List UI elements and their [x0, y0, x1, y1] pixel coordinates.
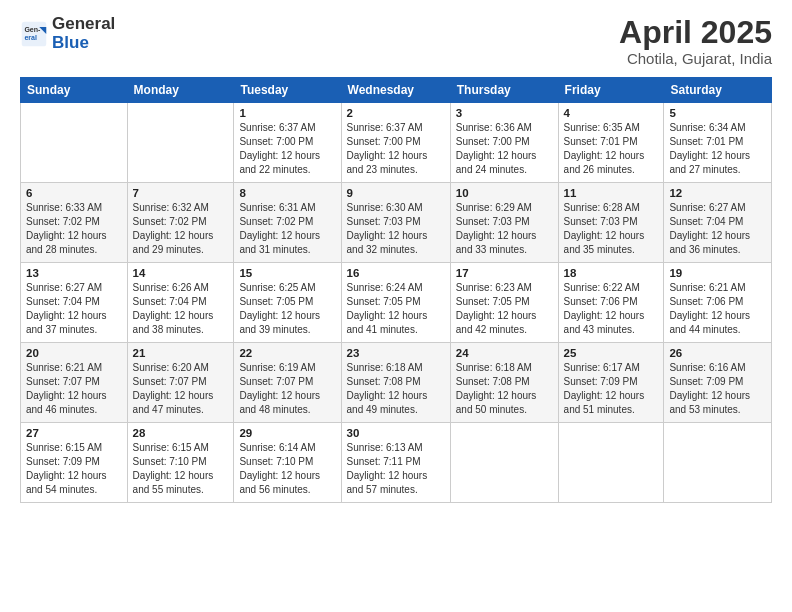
calendar-cell: 28Sunrise: 6:15 AM Sunset: 7:10 PM Dayli…: [127, 423, 234, 503]
day-info: Sunrise: 6:14 AM Sunset: 7:10 PM Dayligh…: [239, 441, 335, 497]
day-number: 8: [239, 187, 335, 199]
day-number: 24: [456, 347, 553, 359]
day-info: Sunrise: 6:19 AM Sunset: 7:07 PM Dayligh…: [239, 361, 335, 417]
day-number: 16: [347, 267, 445, 279]
day-info: Sunrise: 6:36 AM Sunset: 7:00 PM Dayligh…: [456, 121, 553, 177]
day-number: 28: [133, 427, 229, 439]
month-title: April 2025: [619, 15, 772, 50]
day-number: 7: [133, 187, 229, 199]
day-number: 13: [26, 267, 122, 279]
day-number: 3: [456, 107, 553, 119]
svg-text:eral: eral: [24, 34, 37, 41]
day-info: Sunrise: 6:26 AM Sunset: 7:04 PM Dayligh…: [133, 281, 229, 337]
day-info: Sunrise: 6:17 AM Sunset: 7:09 PM Dayligh…: [564, 361, 659, 417]
day-number: 25: [564, 347, 659, 359]
calendar-body: 1Sunrise: 6:37 AM Sunset: 7:00 PM Daylig…: [21, 103, 772, 503]
calendar-cell: 14Sunrise: 6:26 AM Sunset: 7:04 PM Dayli…: [127, 263, 234, 343]
day-info: Sunrise: 6:13 AM Sunset: 7:11 PM Dayligh…: [347, 441, 445, 497]
day-info: Sunrise: 6:21 AM Sunset: 7:07 PM Dayligh…: [26, 361, 122, 417]
calendar-cell: 6Sunrise: 6:33 AM Sunset: 7:02 PM Daylig…: [21, 183, 128, 263]
day-info: Sunrise: 6:15 AM Sunset: 7:09 PM Dayligh…: [26, 441, 122, 497]
day-number: 26: [669, 347, 766, 359]
calendar-cell: 19Sunrise: 6:21 AM Sunset: 7:06 PM Dayli…: [664, 263, 772, 343]
day-number: 9: [347, 187, 445, 199]
calendar-cell: 9Sunrise: 6:30 AM Sunset: 7:03 PM Daylig…: [341, 183, 450, 263]
calendar-week-3: 13Sunrise: 6:27 AM Sunset: 7:04 PM Dayli…: [21, 263, 772, 343]
logo: Gen- eral General Blue: [20, 15, 115, 52]
day-info: Sunrise: 6:21 AM Sunset: 7:06 PM Dayligh…: [669, 281, 766, 337]
day-info: Sunrise: 6:15 AM Sunset: 7:10 PM Dayligh…: [133, 441, 229, 497]
day-info: Sunrise: 6:30 AM Sunset: 7:03 PM Dayligh…: [347, 201, 445, 257]
calendar-cell: 8Sunrise: 6:31 AM Sunset: 7:02 PM Daylig…: [234, 183, 341, 263]
location-subtitle: Chotila, Gujarat, India: [619, 50, 772, 67]
day-number: 22: [239, 347, 335, 359]
day-number: 5: [669, 107, 766, 119]
day-number: 15: [239, 267, 335, 279]
day-number: 19: [669, 267, 766, 279]
day-number: 20: [26, 347, 122, 359]
day-number: 21: [133, 347, 229, 359]
calendar-header: SundayMondayTuesdayWednesdayThursdayFrid…: [21, 78, 772, 103]
calendar-week-4: 20Sunrise: 6:21 AM Sunset: 7:07 PM Dayli…: [21, 343, 772, 423]
day-number: 27: [26, 427, 122, 439]
day-number: 17: [456, 267, 553, 279]
calendar-cell: 10Sunrise: 6:29 AM Sunset: 7:03 PM Dayli…: [450, 183, 558, 263]
day-info: Sunrise: 6:18 AM Sunset: 7:08 PM Dayligh…: [456, 361, 553, 417]
day-number: 4: [564, 107, 659, 119]
title-block: April 2025 Chotila, Gujarat, India: [619, 15, 772, 67]
day-info: Sunrise: 6:32 AM Sunset: 7:02 PM Dayligh…: [133, 201, 229, 257]
weekday-header-saturday: Saturday: [664, 78, 772, 103]
calendar-cell: [127, 103, 234, 183]
day-info: Sunrise: 6:35 AM Sunset: 7:01 PM Dayligh…: [564, 121, 659, 177]
calendar-week-2: 6Sunrise: 6:33 AM Sunset: 7:02 PM Daylig…: [21, 183, 772, 263]
day-number: 11: [564, 187, 659, 199]
day-number: 12: [669, 187, 766, 199]
weekday-header-monday: Monday: [127, 78, 234, 103]
day-info: Sunrise: 6:28 AM Sunset: 7:03 PM Dayligh…: [564, 201, 659, 257]
calendar-week-1: 1Sunrise: 6:37 AM Sunset: 7:00 PM Daylig…: [21, 103, 772, 183]
weekday-header-thursday: Thursday: [450, 78, 558, 103]
day-number: 29: [239, 427, 335, 439]
calendar-cell: 1Sunrise: 6:37 AM Sunset: 7:00 PM Daylig…: [234, 103, 341, 183]
calendar-cell: 24Sunrise: 6:18 AM Sunset: 7:08 PM Dayli…: [450, 343, 558, 423]
day-number: 18: [564, 267, 659, 279]
day-number: 30: [347, 427, 445, 439]
calendar-cell: 7Sunrise: 6:32 AM Sunset: 7:02 PM Daylig…: [127, 183, 234, 263]
calendar-cell: [558, 423, 664, 503]
day-info: Sunrise: 6:29 AM Sunset: 7:03 PM Dayligh…: [456, 201, 553, 257]
calendar-cell: 18Sunrise: 6:22 AM Sunset: 7:06 PM Dayli…: [558, 263, 664, 343]
day-info: Sunrise: 6:37 AM Sunset: 7:00 PM Dayligh…: [347, 121, 445, 177]
calendar-cell: [21, 103, 128, 183]
calendar-table: SundayMondayTuesdayWednesdayThursdayFrid…: [20, 77, 772, 503]
weekday-header-tuesday: Tuesday: [234, 78, 341, 103]
calendar-cell: 29Sunrise: 6:14 AM Sunset: 7:10 PM Dayli…: [234, 423, 341, 503]
header: Gen- eral General Blue April 2025 Chotil…: [20, 15, 772, 67]
weekday-header-sunday: Sunday: [21, 78, 128, 103]
day-info: Sunrise: 6:25 AM Sunset: 7:05 PM Dayligh…: [239, 281, 335, 337]
logo-text: General Blue: [52, 15, 115, 52]
calendar-week-5: 27Sunrise: 6:15 AM Sunset: 7:09 PM Dayli…: [21, 423, 772, 503]
calendar-cell: 12Sunrise: 6:27 AM Sunset: 7:04 PM Dayli…: [664, 183, 772, 263]
day-info: Sunrise: 6:31 AM Sunset: 7:02 PM Dayligh…: [239, 201, 335, 257]
calendar-cell: 20Sunrise: 6:21 AM Sunset: 7:07 PM Dayli…: [21, 343, 128, 423]
day-info: Sunrise: 6:22 AM Sunset: 7:06 PM Dayligh…: [564, 281, 659, 337]
day-number: 6: [26, 187, 122, 199]
day-number: 14: [133, 267, 229, 279]
day-info: Sunrise: 6:16 AM Sunset: 7:09 PM Dayligh…: [669, 361, 766, 417]
calendar-cell: 30Sunrise: 6:13 AM Sunset: 7:11 PM Dayli…: [341, 423, 450, 503]
day-number: 23: [347, 347, 445, 359]
day-info: Sunrise: 6:27 AM Sunset: 7:04 PM Dayligh…: [669, 201, 766, 257]
day-number: 10: [456, 187, 553, 199]
calendar-cell: 11Sunrise: 6:28 AM Sunset: 7:03 PM Dayli…: [558, 183, 664, 263]
weekday-row: SundayMondayTuesdayWednesdayThursdayFrid…: [21, 78, 772, 103]
calendar-cell: 23Sunrise: 6:18 AM Sunset: 7:08 PM Dayli…: [341, 343, 450, 423]
day-info: Sunrise: 6:18 AM Sunset: 7:08 PM Dayligh…: [347, 361, 445, 417]
weekday-header-wednesday: Wednesday: [341, 78, 450, 103]
calendar-cell: 17Sunrise: 6:23 AM Sunset: 7:05 PM Dayli…: [450, 263, 558, 343]
calendar-cell: 15Sunrise: 6:25 AM Sunset: 7:05 PM Dayli…: [234, 263, 341, 343]
calendar-cell: 21Sunrise: 6:20 AM Sunset: 7:07 PM Dayli…: [127, 343, 234, 423]
day-info: Sunrise: 6:24 AM Sunset: 7:05 PM Dayligh…: [347, 281, 445, 337]
page: Gen- eral General Blue April 2025 Chotil…: [0, 0, 792, 612]
calendar-cell: 22Sunrise: 6:19 AM Sunset: 7:07 PM Dayli…: [234, 343, 341, 423]
day-info: Sunrise: 6:27 AM Sunset: 7:04 PM Dayligh…: [26, 281, 122, 337]
